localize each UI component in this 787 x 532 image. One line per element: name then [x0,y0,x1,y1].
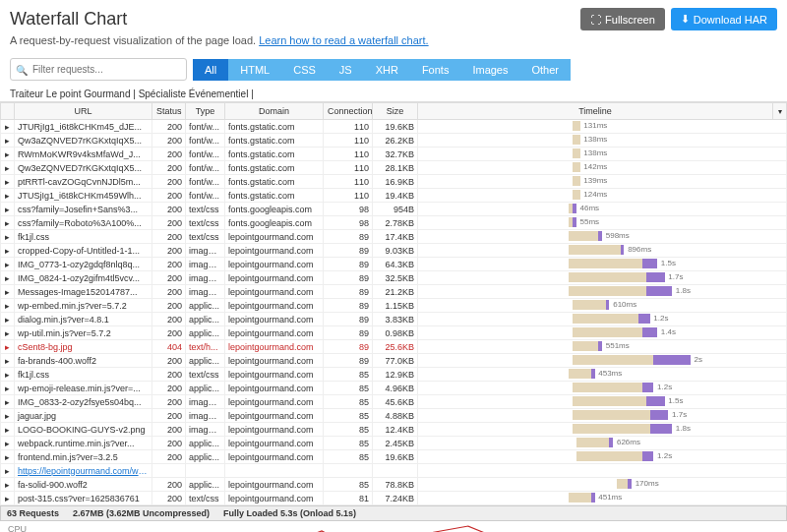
url-cell[interactable]: frontend.min.js?ver=3.2.5 [15,450,152,464]
url-cell[interactable]: IMG_0824-1-ozy2gifm4tl5vcv... [15,271,152,285]
url-cell[interactable]: cSent8-bg.jpg [15,340,152,354]
table-row[interactable]: ▸ IMG_0824-1-ozy2gifm4tl5vcv... 200image… [1,271,787,285]
expand-icon[interactable]: ▸ [1,258,15,271]
expand-icon[interactable]: ▸ [1,120,15,134]
url-cell[interactable]: css?family=Roboto%3A100%... [15,216,152,230]
expand-icon[interactable]: ▸ [1,161,15,175]
expand-icon[interactable]: ▸ [1,478,15,492]
expand-icon[interactable]: ▸ [1,244,15,258]
col-domain[interactable]: Domain [225,103,324,120]
col-status[interactable]: Status [152,103,186,120]
table-row[interactable]: ▸ ptRRTl-cavZOGqCvnNJDl5m... 200font/w..… [1,175,787,189]
expand-icon[interactable]: ▸ [1,313,15,326]
filter-all[interactable]: All [193,59,228,81]
url-cell[interactable]: fa-solid-900.woff2 [15,478,152,492]
url-cell[interactable]: RWmMoKWR9v4ksMfaWd_J... [15,148,152,161]
col-url[interactable]: URL [15,103,152,120]
table-row[interactable]: ▸ LOGO-BOOKING-GUYS-v2.png 200image/...l… [1,423,787,437]
url-cell[interactable]: cropped-Copy-of-Untitled-1-1... [15,244,152,258]
url-cell[interactable]: JTUSjIg1_i6t8kCHKm459Wlh... [15,189,152,203]
filter-html[interactable]: HTML [228,59,281,81]
search-input[interactable] [10,58,187,81]
expand-icon[interactable]: ▸ [1,423,15,437]
table-row[interactable]: ▸ wp-util.min.js?ver=5.7.2 200applic...l… [1,326,787,340]
expand-icon[interactable]: ▸ [1,271,15,285]
table-row[interactable]: ▸ wp-emoji-release.min.js?ver=... 200app… [1,382,787,395]
fullscreen-button[interactable]: ⛶ Fullscreen [580,8,665,30]
expand-icon[interactable]: ▸ [1,285,15,299]
table-row[interactable]: ▸ IMG_0833-2-ozy2fsye5s04bq... 200image/… [1,395,787,409]
download-har-button[interactable]: ⬇ Download HAR [671,8,777,30]
url-cell[interactable]: fk1jl.css [15,368,152,382]
url-cell[interactable]: JTURjIg1_i6t8kCHKm45_dJE... [15,120,152,134]
url-cell[interactable]: jaguar.jpg [15,409,152,423]
url-cell[interactable]: IMG_0833-2-ozy2fsye5s04bq... [15,395,152,409]
table-row[interactable]: ▸ fk1jl.css 200text/csslepointgourmand.c… [1,368,787,382]
table-row[interactable]: ▸ fa-solid-900.woff2 200applic...lepoint… [1,478,787,492]
table-row[interactable]: ▸ css?family=Josefin+Sans%3... 200text/c… [1,203,787,216]
expand-icon[interactable]: ▸ [1,203,15,216]
table-row[interactable]: ▸ JTUSjIg1_i6t8kCHKm459Wlh... 200font/w.… [1,189,787,203]
expand-icon[interactable]: ▸ [1,134,15,148]
url-cell[interactable]: webpack.runtime.min.js?ver... [15,437,152,450]
expand-icon[interactable]: ▸ [1,148,15,161]
url-cell[interactable]: Messages-Image152014787... [15,285,152,299]
url-cell[interactable]: wp-embed.min.js?ver=5.7.2 [15,299,152,313]
url-cell[interactable]: wp-emoji-release.min.js?ver=... [15,382,152,395]
expand-icon[interactable]: ▸ [1,175,15,189]
url-cell[interactable]: css?family=Josefin+Sans%3... [15,203,152,216]
table-row[interactable]: ▸ JTURjIg1_i6t8kCHKm45_dJE... 200font/w.… [1,120,787,134]
url-cell[interactable]: Qw3eZQNVED7rKGKxtqIqX5... [15,161,152,175]
col-connection[interactable]: Connection [324,103,373,120]
url-cell[interactable]: fa-brands-400.woff2 [15,354,152,368]
expand-icon[interactable]: ▸ [1,368,15,382]
expand-icon[interactable]: ▸ [1,492,15,505]
table-row[interactable]: ▸ Messages-Image152014787... 200image/..… [1,285,787,299]
table-row[interactable]: ▸ RWmMoKWR9v4ksMfaWd_J... 200font/w...fo… [1,148,787,161]
expand-icon[interactable]: ▸ [1,464,15,478]
table-row[interactable]: ▸ IMG_0773-1-ozy2gdqf8nlq8q... 200image/… [1,258,787,271]
filter-xhr[interactable]: XHR [364,59,410,81]
timeline-dropdown[interactable]: ▾ [773,103,787,120]
table-row[interactable]: ▸ https://lepointgourmand.com/wp-content… [1,464,787,478]
url-cell[interactable]: https://lepointgourmand.com/wp-content/u… [15,464,152,478]
table-row[interactable]: ▸ Qw3eZQNVED7rKGKxtqIqX5... 200font/w...… [1,161,787,175]
col-type[interactable]: Type [186,103,225,120]
expand-icon[interactable]: ▸ [1,395,15,409]
expand-icon[interactable]: ▸ [1,382,15,395]
expand-icon[interactable]: ▸ [1,340,15,354]
expand-icon[interactable]: ▸ [1,299,15,313]
filter-css[interactable]: CSS [281,59,328,81]
url-cell[interactable]: ptRRTl-cavZOGqCvnNJDl5m... [15,175,152,189]
table-row[interactable]: ▸ jaguar.jpg 200image/...lepointgourmand… [1,409,787,423]
table-row[interactable]: ▸ fa-brands-400.woff2 200applic...lepoin… [1,354,787,368]
filter-images[interactable]: Images [460,59,519,81]
filter-fonts[interactable]: Fonts [410,59,461,81]
table-row[interactable]: ▸ cSent8-bg.jpg 404text/h...lepointgourm… [1,340,787,354]
url-cell[interactable]: post-315.css?ver=1625836761 [15,492,152,505]
url-cell[interactable]: Qw3aZQNVED7rKGKxtqIqX5... [15,134,152,148]
table-row[interactable]: ▸ webpack.runtime.min.js?ver... 200appli… [1,437,787,450]
url-cell[interactable]: IMG_0773-1-ozy2gdqf8nlq8q... [15,258,152,271]
expand-icon[interactable]: ▸ [1,189,15,203]
table-row[interactable]: ▸ wp-embed.min.js?ver=5.7.2 200applic...… [1,299,787,313]
learn-link[interactable]: Learn how to read a waterfall chart. [259,34,428,46]
expand-icon[interactable]: ▸ [1,437,15,450]
col-size[interactable]: Size [373,103,418,120]
table-row[interactable]: ▸ Qw3aZQNVED7rKGKxtqIqX5... 200font/w...… [1,134,787,148]
url-cell[interactable]: dialog.min.js?ver=4.8.1 [15,313,152,326]
expand-icon[interactable]: ▸ [1,326,15,340]
table-row[interactable]: ▸ dialog.min.js?ver=4.8.1 200applic...le… [1,313,787,326]
expand-icon[interactable]: ▸ [1,450,15,464]
filter-js[interactable]: JS [328,59,364,81]
table-row[interactable]: ▸ cropped-Copy-of-Untitled-1-1... 200ima… [1,244,787,258]
table-row[interactable]: ▸ fk1jl.css 200text/csslepointgourmand.c… [1,230,787,244]
filter-other[interactable]: Other [519,59,571,81]
url-cell[interactable]: fk1jl.css [15,230,152,244]
table-row[interactable]: ▸ frontend.min.js?ver=3.2.5 200applic...… [1,450,787,464]
url-cell[interactable]: LOGO-BOOKING-GUYS-v2.png [15,423,152,437]
expand-icon[interactable]: ▸ [1,354,15,368]
expand-icon[interactable]: ▸ [1,409,15,423]
col-timeline[interactable]: Timeline [418,103,773,120]
expand-icon[interactable]: ▸ [1,230,15,244]
